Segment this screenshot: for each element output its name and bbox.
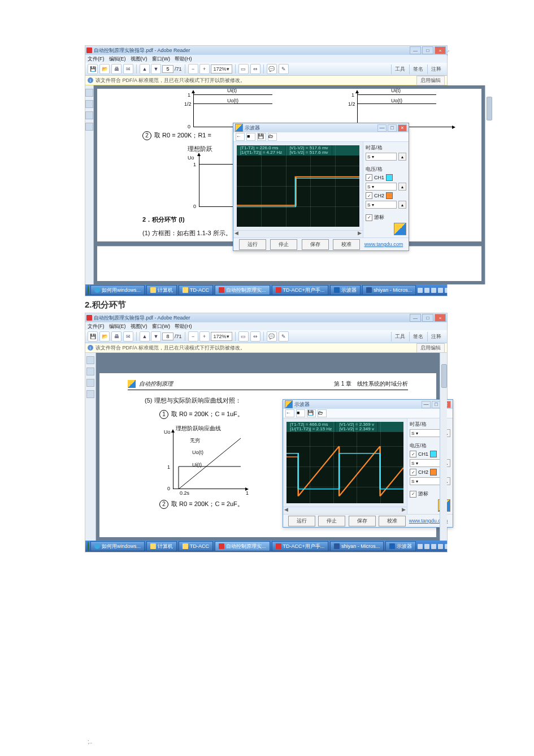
- tray-icon[interactable]: [445, 288, 450, 293]
- menu-edit[interactable]: 编辑(E): [109, 323, 126, 330]
- ch2-volt-select[interactable]: S ▾: [366, 201, 397, 209]
- spin-up[interactable]: ▴: [398, 183, 406, 191]
- calibrate-button[interactable]: 校准: [333, 239, 360, 250]
- task-pdf2[interactable]: TD-ACC+用户手...: [272, 541, 329, 551]
- task-word[interactable]: shiyan - Micros...: [362, 285, 416, 295]
- osc-tool-icon[interactable]: ←: [285, 409, 294, 417]
- osc-tool-icon[interactable]: ■: [246, 133, 255, 141]
- page-down-icon[interactable]: ▼: [151, 331, 161, 342]
- timebase-select[interactable]: S ▾: [410, 429, 441, 437]
- osc-min-button[interactable]: —: [422, 401, 431, 408]
- osc-close-button[interactable]: ×: [398, 124, 407, 132]
- stop-button[interactable]: 停止: [318, 516, 345, 526]
- close-button[interactable]: ×: [435, 314, 446, 322]
- stamp-icon[interactable]: ✎: [279, 64, 289, 74]
- spin-up[interactable]: ▴: [398, 201, 406, 209]
- save-icon[interactable]: 💾: [88, 331, 98, 342]
- fit-width-icon[interactable]: ⇔: [250, 64, 261, 74]
- thumbnails-icon[interactable]: [86, 356, 94, 364]
- comment-icon[interactable]: 💬: [267, 331, 277, 342]
- task-pdf1[interactable]: 自动控制原理实...: [215, 285, 270, 295]
- open-icon[interactable]: 📂: [99, 331, 110, 342]
- task-computer[interactable]: 计算机: [146, 285, 177, 295]
- page-input[interactable]: [162, 332, 173, 340]
- vertical-scrollbar[interactable]: [485, 85, 485, 284]
- oscilloscope-dialog[interactable]: 示波器 — □ × ← ■ 💾 🗁: [283, 399, 453, 528]
- task-ie[interactable]: 如何用windows...: [90, 541, 145, 551]
- timebase-select[interactable]: S ▾: [366, 153, 397, 161]
- minimize-button[interactable]: —: [410, 46, 421, 54]
- task-tdacc[interactable]: TD-ACC: [179, 541, 213, 551]
- calibrate-button[interactable]: 校准: [379, 516, 406, 526]
- osc-tool-icon[interactable]: 💾: [257, 133, 266, 141]
- page-down-icon[interactable]: ▼: [151, 64, 161, 74]
- osc-tool-icon[interactable]: 💾: [307, 409, 316, 417]
- enable-edit-button[interactable]: 启用编辑: [416, 343, 445, 353]
- mail-icon[interactable]: ✉: [123, 64, 133, 74]
- tools-tab[interactable]: 工具: [391, 64, 409, 74]
- cursor-checkbox[interactable]: ✓: [366, 214, 372, 221]
- osc-hscroll[interactable]: [283, 507, 407, 514]
- run-button[interactable]: 运行: [288, 516, 315, 526]
- stamp-icon[interactable]: ✎: [279, 331, 289, 342]
- sign-tab[interactable]: 签名: [409, 64, 427, 74]
- attachments-icon[interactable]: [86, 379, 94, 387]
- menu-edit[interactable]: 编辑(E): [109, 55, 126, 63]
- oscilloscope-dialog[interactable]: 示波器 — □ × ← ■ 💾 🗁: [233, 123, 409, 251]
- menu-view[interactable]: 视图(V): [131, 55, 147, 63]
- task-ie[interactable]: 如何用windows...: [90, 285, 145, 295]
- task-computer[interactable]: 计算机: [146, 541, 177, 551]
- tray-icon[interactable]: [418, 288, 423, 293]
- menu-help[interactable]: 帮助(H): [175, 55, 192, 63]
- clock[interactable]: 17:472018/4/8: [451, 542, 469, 551]
- menu-view[interactable]: 视图(V): [131, 323, 147, 330]
- bookmarks-icon[interactable]: [86, 368, 94, 375]
- tray-icon[interactable]: [418, 544, 423, 549]
- maximize-button[interactable]: □: [422, 46, 433, 54]
- page-up-icon[interactable]: ▲: [140, 331, 150, 342]
- page-input[interactable]: [162, 65, 173, 73]
- cursor-checkbox[interactable]: ✓: [410, 491, 416, 498]
- save-icon[interactable]: 💾: [88, 64, 98, 74]
- osc-tool-icon[interactable]: 🗁: [318, 409, 327, 417]
- tray-icon[interactable]: [438, 544, 443, 549]
- ch1-checkbox[interactable]: ✓: [366, 174, 372, 181]
- tray-icon[interactable]: [445, 544, 450, 549]
- thumbnails-icon[interactable]: [85, 89, 93, 97]
- zoom-out-icon[interactable]: −: [188, 331, 198, 342]
- ch2-color[interactable]: [386, 192, 393, 199]
- ch1-color[interactable]: [430, 451, 437, 457]
- tray-icon[interactable]: [424, 544, 429, 549]
- ch2-color[interactable]: [430, 469, 437, 476]
- comment-tab[interactable]: 注释: [427, 332, 445, 342]
- menu-help[interactable]: 帮助(H): [175, 323, 192, 330]
- fit-width-icon[interactable]: ⇔: [250, 331, 261, 342]
- zoom-in-icon[interactable]: +: [199, 331, 210, 342]
- osc-tool-icon[interactable]: ■: [296, 409, 305, 417]
- task-pdf1[interactable]: 自动控制原理实...: [215, 541, 270, 551]
- zoom-out-icon[interactable]: −: [188, 64, 198, 74]
- ch1-checkbox[interactable]: ✓: [410, 451, 416, 457]
- ch2-volt-select[interactable]: S ▾: [410, 477, 441, 485]
- save-button[interactable]: 保存: [302, 239, 329, 250]
- comment-tab[interactable]: 注释: [427, 64, 445, 74]
- close-button[interactable]: ×: [435, 46, 446, 54]
- zoom-level[interactable]: 172% ▾: [211, 332, 232, 341]
- minimize-button[interactable]: —: [410, 314, 421, 322]
- maximize-button[interactable]: □: [422, 314, 433, 322]
- print-icon[interactable]: 🖶: [111, 64, 121, 74]
- run-button[interactable]: 运行: [239, 239, 266, 250]
- ch1-volt-select[interactable]: S ▾: [410, 459, 441, 467]
- start-button[interactable]: [88, 541, 89, 551]
- ch1-volt-select[interactable]: S ▾: [366, 183, 397, 191]
- task-tdacc[interactable]: TD-ACC: [179, 285, 213, 295]
- ch1-color[interactable]: [386, 174, 393, 181]
- mail-icon[interactable]: ✉: [123, 331, 133, 342]
- save-button[interactable]: 保存: [349, 516, 376, 526]
- task-pdf2[interactable]: TD-ACC+用户手...: [272, 285, 329, 295]
- osc-max-button[interactable]: □: [388, 124, 397, 132]
- vendor-link[interactable]: www.tangdu.com: [364, 241, 403, 247]
- print-icon[interactable]: 🖶: [111, 331, 121, 342]
- page-up-icon[interactable]: ▲: [140, 64, 150, 74]
- tray-icon[interactable]: [438, 288, 443, 293]
